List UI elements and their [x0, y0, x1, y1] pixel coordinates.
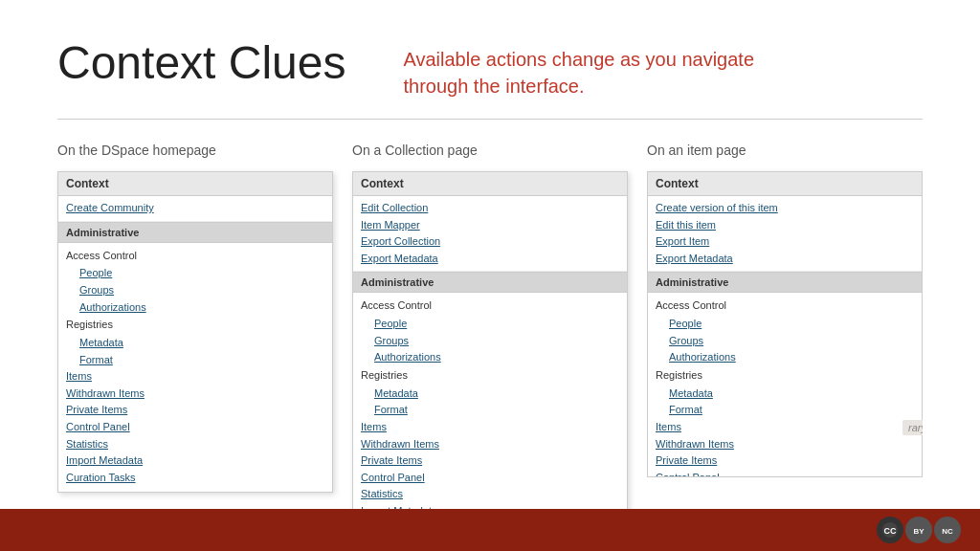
- section-divider: [57, 119, 923, 120]
- svg-text:NC: NC: [942, 527, 953, 536]
- metadata-link-2[interactable]: Metadata: [374, 386, 619, 403]
- access-control-label-1: Access Control: [66, 250, 137, 261]
- export-metadata-link-3[interactable]: Export Metadata: [656, 251, 914, 268]
- column-collection: On a Collection page Context Edit Collec…: [352, 143, 628, 543]
- groups-link-3[interactable]: Groups: [669, 333, 914, 350]
- withdrawn-items-link-3[interactable]: Withdrawn Items: [656, 436, 914, 453]
- context-header-1: Context: [58, 172, 332, 196]
- people-link-3[interactable]: People: [669, 316, 914, 333]
- title-row: Context Clues Available actions change a…: [57, 38, 923, 99]
- registries-label-1: Registries: [66, 319, 113, 330]
- page-title: Context Clues: [57, 38, 345, 89]
- people-link-2[interactable]: People: [374, 316, 619, 333]
- groups-link-2[interactable]: Groups: [374, 333, 619, 350]
- context-box-homepage: Context Create Community Administrative …: [57, 171, 333, 493]
- authorizations-link-2[interactable]: Authorizations: [374, 349, 619, 366]
- items-link-3[interactable]: Items: [656, 419, 914, 436]
- access-control-label-3: Access Control: [656, 299, 726, 311]
- admin-header-3: Administrative: [648, 272, 922, 293]
- export-collection-link[interactable]: Export Collection: [361, 233, 619, 251]
- curation-tasks-link-1[interactable]: Curation Tasks: [66, 470, 324, 487]
- context-box-item: Context Create version of this item Edit…: [647, 171, 923, 477]
- format-link-1[interactable]: Format: [79, 352, 324, 369]
- svg-text:BY: BY: [913, 527, 924, 536]
- control-panel-link-3[interactable]: Control Panel: [656, 470, 914, 477]
- create-community-link[interactable]: Create Community: [66, 200, 324, 217]
- columns-row: On the DSpace homepage Context Create Co…: [57, 143, 923, 543]
- private-items-link-1[interactable]: Private Items: [66, 402, 324, 419]
- registries-label-2: Registries: [361, 369, 408, 381]
- context-section-1: Create Community: [58, 196, 332, 222]
- library-hint: rary: [902, 420, 923, 435]
- statistics-link-2[interactable]: Statistics: [361, 486, 619, 503]
- registries-links-1: Metadata Format: [66, 335, 324, 368]
- people-link-1[interactable]: People: [79, 265, 324, 282]
- control-panel-link-2[interactable]: Control Panel: [361, 470, 619, 487]
- metadata-link-3[interactable]: Metadata: [669, 386, 914, 403]
- edit-collection-link[interactable]: Edit Collection: [361, 200, 619, 217]
- admin-section-2: Access Control People Groups Authorizati…: [353, 293, 627, 542]
- cc-badge: CC BY NC: [877, 517, 961, 543]
- registries-links-3: Metadata Format: [656, 386, 914, 419]
- items-link-1[interactable]: Items: [66, 368, 324, 386]
- admin-section-1: Access Control People Groups Authorizati…: [58, 243, 332, 493]
- items-link-2[interactable]: Items: [361, 419, 619, 436]
- export-metadata-link-2[interactable]: Export Metadata: [361, 251, 619, 268]
- registries-links-2: Metadata Format: [361, 386, 619, 419]
- groups-link-1[interactable]: Groups: [79, 282, 324, 299]
- bottom-bar: CC BY NC: [0, 509, 980, 551]
- format-link-3[interactable]: Format: [669, 402, 914, 419]
- access-control-links-3: People Groups Authorizations: [656, 316, 914, 366]
- authorizations-link-1[interactable]: Authorizations: [79, 299, 324, 317]
- admin-header-2: Administrative: [353, 272, 627, 293]
- registries-label-3: Registries: [656, 369, 702, 381]
- access-control-links-1: People Groups Authorizations: [66, 265, 324, 316]
- item-mapper-link[interactable]: Item Mapper: [361, 217, 619, 234]
- column-homepage: On the DSpace homepage Context Create Co…: [57, 143, 333, 493]
- subtitle-text: Available actions change as you navigate…: [403, 38, 754, 99]
- context-box-collection: Context Edit Collection Item Mapper Expo…: [352, 171, 628, 543]
- statistics-link-1[interactable]: Statistics: [66, 436, 324, 453]
- withdrawn-items-link-1[interactable]: Withdrawn Items: [66, 386, 324, 403]
- import-metadata-link-1[interactable]: Import Metadata: [66, 452, 324, 470]
- admin-header-1: Administrative: [58, 222, 332, 243]
- cc-icon: CC: [877, 517, 903, 543]
- control-panel-link-1[interactable]: Control Panel: [66, 419, 324, 436]
- private-items-link-3[interactable]: Private Items: [656, 452, 914, 470]
- column3-label: On an item page: [647, 143, 923, 158]
- context-header-2: Context: [353, 172, 627, 196]
- admin-section-3: Access Control People Groups Authorizati…: [648, 293, 922, 477]
- withdrawn-items-link-2[interactable]: Withdrawn Items: [361, 436, 619, 453]
- nc-icon: NC: [934, 517, 961, 543]
- column-item: On an item page Context Create version o…: [647, 143, 923, 477]
- format-link-2[interactable]: Format: [374, 402, 619, 419]
- main-content: Context Clues Available actions change a…: [0, 0, 980, 551]
- edit-item-link[interactable]: Edit this item: [656, 217, 914, 234]
- create-version-link[interactable]: Create version of this item: [656, 200, 914, 217]
- by-icon: BY: [905, 517, 932, 543]
- access-control-links-2: People Groups Authorizations: [361, 316, 619, 366]
- column2-label: On a Collection page: [352, 143, 628, 158]
- column1-label: On the DSpace homepage: [57, 143, 333, 158]
- context-section-3: Create version of this item Edit this it…: [648, 196, 922, 272]
- authorizations-link-3[interactable]: Authorizations: [669, 349, 914, 366]
- private-items-link-2[interactable]: Private Items: [361, 452, 619, 470]
- access-control-label-2: Access Control: [361, 299, 432, 311]
- context-header-3: Context: [648, 172, 922, 196]
- export-item-link[interactable]: Export Item: [656, 233, 914, 251]
- metadata-link-1[interactable]: Metadata: [79, 335, 324, 352]
- svg-text:CC: CC: [884, 526, 897, 536]
- context-section-2: Edit Collection Item Mapper Export Colle…: [353, 196, 627, 272]
